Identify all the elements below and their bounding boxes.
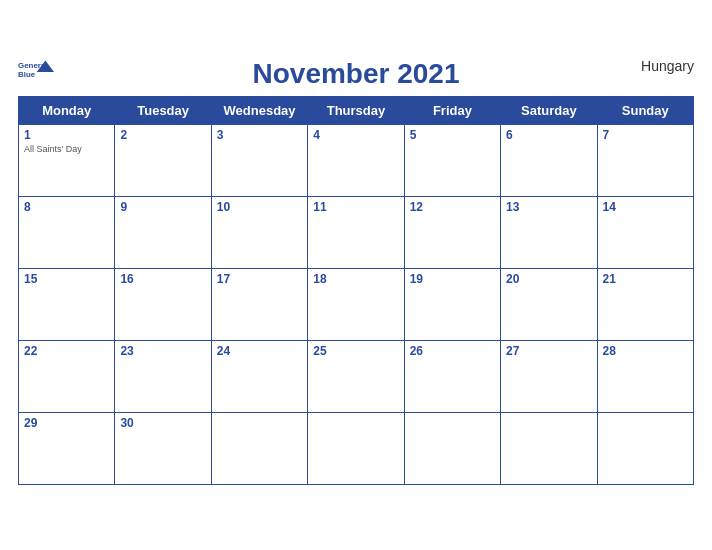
calendar-cell: 3 xyxy=(211,124,307,196)
calendar-cell: 19 xyxy=(404,268,500,340)
day-number: 20 xyxy=(506,272,591,286)
calendar-wrapper: General Blue November 2021 Hungary Monda… xyxy=(0,48,712,503)
calendar-cell: 20 xyxy=(501,268,597,340)
day-number: 22 xyxy=(24,344,109,358)
calendar-cell: 14 xyxy=(597,196,693,268)
calendar-cell: 28 xyxy=(597,340,693,412)
day-number: 14 xyxy=(603,200,688,214)
header-saturday: Saturday xyxy=(501,96,597,124)
day-number: 12 xyxy=(410,200,495,214)
calendar-cell: 5 xyxy=(404,124,500,196)
calendar-cell: 12 xyxy=(404,196,500,268)
day-number: 18 xyxy=(313,272,398,286)
calendar-cell xyxy=(501,412,597,484)
calendar-title: November 2021 xyxy=(18,58,694,90)
calendar-grid: Monday Tuesday Wednesday Thursday Friday… xyxy=(18,96,694,485)
calendar-week-row-5: 2930 xyxy=(19,412,694,484)
day-number: 30 xyxy=(120,416,205,430)
calendar-cell: 30 xyxy=(115,412,211,484)
calendar-cell xyxy=(404,412,500,484)
header-tuesday: Tuesday xyxy=(115,96,211,124)
day-number: 10 xyxy=(217,200,302,214)
day-number: 23 xyxy=(120,344,205,358)
general-blue-logo-icon: General Blue xyxy=(18,58,54,86)
day-number: 11 xyxy=(313,200,398,214)
day-number: 19 xyxy=(410,272,495,286)
day-number: 27 xyxy=(506,344,591,358)
day-number: 28 xyxy=(603,344,688,358)
calendar-cell: 8 xyxy=(19,196,115,268)
calendar-cell: 2 xyxy=(115,124,211,196)
header-sunday: Sunday xyxy=(597,96,693,124)
day-number: 24 xyxy=(217,344,302,358)
day-number: 17 xyxy=(217,272,302,286)
calendar-week-row-4: 22232425262728 xyxy=(19,340,694,412)
header-friday: Friday xyxy=(404,96,500,124)
calendar-cell: 22 xyxy=(19,340,115,412)
calendar-cell xyxy=(211,412,307,484)
day-number: 7 xyxy=(603,128,688,142)
day-number: 4 xyxy=(313,128,398,142)
calendar-cell: 1All Saints' Day xyxy=(19,124,115,196)
day-number: 3 xyxy=(217,128,302,142)
calendar-cell: 24 xyxy=(211,340,307,412)
calendar-cell: 21 xyxy=(597,268,693,340)
calendar-cell: 15 xyxy=(19,268,115,340)
calendar-cell: 10 xyxy=(211,196,307,268)
day-number: 25 xyxy=(313,344,398,358)
calendar-cell: 17 xyxy=(211,268,307,340)
day-number: 8 xyxy=(24,200,109,214)
header-monday: Monday xyxy=(19,96,115,124)
header-wednesday: Wednesday xyxy=(211,96,307,124)
logo-area: General Blue xyxy=(18,58,54,86)
weekday-header-row: Monday Tuesday Wednesday Thursday Friday… xyxy=(19,96,694,124)
day-number: 29 xyxy=(24,416,109,430)
day-number: 26 xyxy=(410,344,495,358)
day-number: 16 xyxy=(120,272,205,286)
calendar-cell: 25 xyxy=(308,340,404,412)
day-number: 21 xyxy=(603,272,688,286)
calendar-cell xyxy=(597,412,693,484)
day-number: 2 xyxy=(120,128,205,142)
day-number: 15 xyxy=(24,272,109,286)
calendar-cell: 29 xyxy=(19,412,115,484)
calendar-cell: 16 xyxy=(115,268,211,340)
day-number: 13 xyxy=(506,200,591,214)
calendar-cell: 9 xyxy=(115,196,211,268)
holiday-label: All Saints' Day xyxy=(24,144,109,155)
calendar-cell: 7 xyxy=(597,124,693,196)
calendar-week-row-2: 891011121314 xyxy=(19,196,694,268)
day-number: 9 xyxy=(120,200,205,214)
svg-text:Blue: Blue xyxy=(18,70,36,79)
header-thursday: Thursday xyxy=(308,96,404,124)
day-number: 1 xyxy=(24,128,109,142)
calendar-cell: 23 xyxy=(115,340,211,412)
calendar-header: General Blue November 2021 Hungary xyxy=(18,58,694,90)
calendar-cell: 18 xyxy=(308,268,404,340)
calendar-cell: 13 xyxy=(501,196,597,268)
calendar-cell: 26 xyxy=(404,340,500,412)
calendar-cell: 27 xyxy=(501,340,597,412)
day-number: 6 xyxy=(506,128,591,142)
calendar-cell: 11 xyxy=(308,196,404,268)
day-number: 5 xyxy=(410,128,495,142)
calendar-week-row-1: 1All Saints' Day234567 xyxy=(19,124,694,196)
calendar-cell: 4 xyxy=(308,124,404,196)
calendar-body: 1All Saints' Day234567891011121314151617… xyxy=(19,124,694,484)
country-label: Hungary xyxy=(641,58,694,74)
calendar-cell xyxy=(308,412,404,484)
calendar-week-row-3: 15161718192021 xyxy=(19,268,694,340)
calendar-cell: 6 xyxy=(501,124,597,196)
